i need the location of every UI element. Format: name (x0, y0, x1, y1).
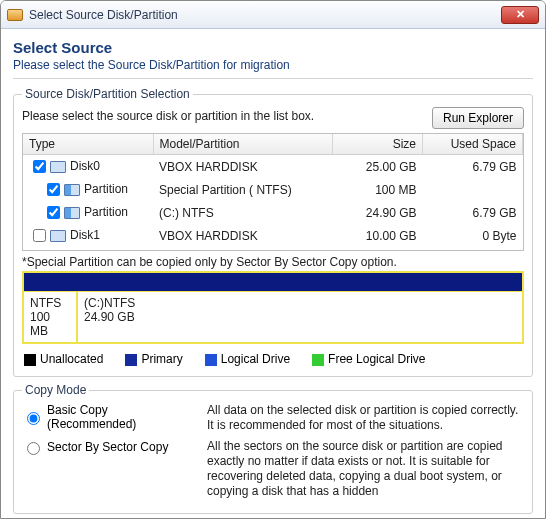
row-used: 6.79 GB (423, 155, 523, 179)
basic-copy-option[interactable]: Basic Copy (Recommended) (22, 403, 197, 431)
col-header-size[interactable]: Size (333, 134, 423, 155)
row-size: 100 MB (333, 178, 423, 201)
row-type: Partition (84, 205, 128, 219)
sector-copy-radio[interactable] (27, 442, 40, 455)
row-size: 24.90 GB (333, 201, 423, 224)
row-model: VBOX HARDDISK (153, 155, 333, 179)
page-subtitle: Please select the Source Disk/Partition … (13, 58, 533, 72)
row-checkbox[interactable] (47, 183, 60, 196)
col-header-used[interactable]: Used Space (423, 134, 523, 155)
table-row[interactable]: PartitionSpecial Partition ( NTFS)100 MB (23, 178, 523, 201)
viz-partition-1[interactable]: NTFS 100 MB (24, 292, 78, 342)
col-header-type[interactable]: Type (23, 134, 153, 155)
window-title: Select Source Disk/Partition (29, 8, 501, 22)
divider (13, 78, 533, 79)
viz-disk-bar (24, 273, 522, 291)
viz-partition-2[interactable]: (C:)NTFS 24.90 GB (78, 292, 522, 342)
disk-icon (50, 161, 66, 173)
legend-logical: Logical Drive (221, 352, 290, 366)
viz-partition-2-size: 24.90 GB (84, 310, 516, 324)
sector-copy-desc: All the sectors on the source disk or pa… (207, 439, 524, 499)
close-icon: ✕ (516, 8, 525, 21)
close-button[interactable]: ✕ (501, 6, 539, 24)
partition-table: Type Model/Partition Size Used Space Dis… (22, 133, 524, 251)
swatch-primary (125, 354, 137, 366)
row-checkbox[interactable] (47, 206, 60, 219)
row-size: 25.00 GB (333, 155, 423, 179)
row-used: 6.79 GB (423, 201, 523, 224)
page-title: Select Source (13, 39, 533, 56)
row-type: Disk0 (70, 159, 100, 173)
row-type: Disk1 (70, 228, 100, 242)
legend-unallocated: Unallocated (40, 352, 103, 366)
swatch-freelogical (312, 354, 324, 366)
swatch-unallocated (24, 354, 36, 366)
special-partition-note: *Special Partition can be copied only by… (22, 255, 524, 269)
row-type: Partition (84, 182, 128, 196)
partition-icon (64, 207, 80, 219)
row-checkbox[interactable] (33, 229, 46, 242)
title-bar: Select Source Disk/Partition ✕ (1, 1, 545, 29)
copy-mode-legend: Copy Mode (22, 383, 89, 397)
copy-mode-group: Copy Mode Basic Copy (Recommended) All d… (13, 383, 533, 514)
basic-copy-radio[interactable] (27, 412, 40, 425)
viz-partition-2-fs: (C:)NTFS (84, 296, 516, 310)
sector-copy-label: Sector By Sector Copy (47, 440, 168, 454)
viz-partition-1-fs: NTFS (30, 296, 70, 310)
color-legend: Unallocated Primary Logical Drive Free L… (22, 348, 524, 368)
row-model: (C:) NTFS (153, 201, 333, 224)
table-row[interactable]: Disk0VBOX HARDDISK25.00 GB6.79 GB (23, 155, 523, 179)
table-row[interactable]: Partition(C:) NTFS24.90 GB6.79 GB (23, 201, 523, 224)
partition-visualization: NTFS 100 MB (C:)NTFS 24.90 GB (22, 271, 524, 344)
row-model: Special Partition ( NTFS) (153, 178, 333, 201)
basic-copy-label: Basic Copy (Recommended) (47, 403, 197, 431)
col-header-model[interactable]: Model/Partition (153, 134, 333, 155)
row-size: 10.00 GB (333, 224, 423, 247)
partition-icon (64, 184, 80, 196)
app-icon (7, 9, 23, 21)
row-used: 0 Byte (423, 224, 523, 247)
disk-icon (50, 230, 66, 242)
row-model: VBOX HARDDISK (153, 224, 333, 247)
row-used (423, 178, 523, 201)
table-row[interactable]: Disk1VBOX HARDDISK10.00 GB0 Byte (23, 224, 523, 247)
sector-copy-option[interactable]: Sector By Sector Copy (22, 439, 197, 455)
selection-instruction: Please select the source disk or partiti… (22, 109, 426, 123)
viz-partition-1-size: 100 MB (30, 310, 70, 338)
row-checkbox[interactable] (33, 160, 46, 173)
swatch-logical (205, 354, 217, 366)
basic-copy-desc: All data on the selected disk or partiti… (207, 403, 524, 433)
legend-primary: Primary (141, 352, 182, 366)
run-explorer-button[interactable]: Run Explorer (432, 107, 524, 129)
legend-freelogical: Free Logical Drive (328, 352, 425, 366)
source-selection-group: Source Disk/Partition Selection Please s… (13, 87, 533, 377)
source-selection-legend: Source Disk/Partition Selection (22, 87, 193, 101)
